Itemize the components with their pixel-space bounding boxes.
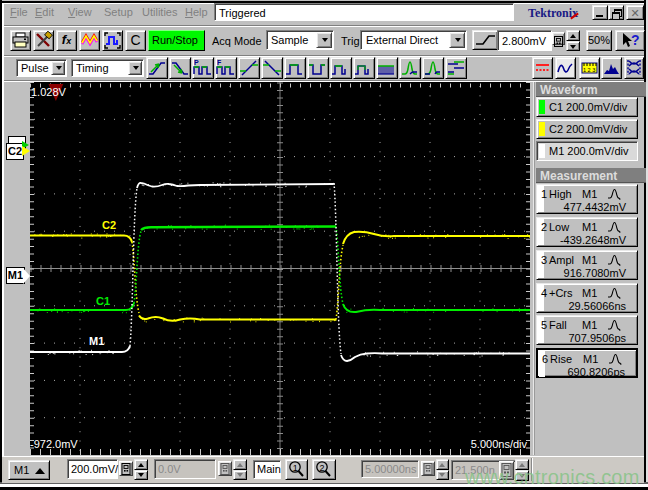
svg-text:1 2 3: 1 2 3 <box>583 67 595 73</box>
svg-text:F: F <box>217 59 222 66</box>
svg-text:1: 1 <box>293 463 298 473</box>
svg-text:P: P <box>194 59 199 66</box>
svg-text:2: 2 <box>320 463 325 473</box>
svg-text:?: ? <box>631 32 640 48</box>
